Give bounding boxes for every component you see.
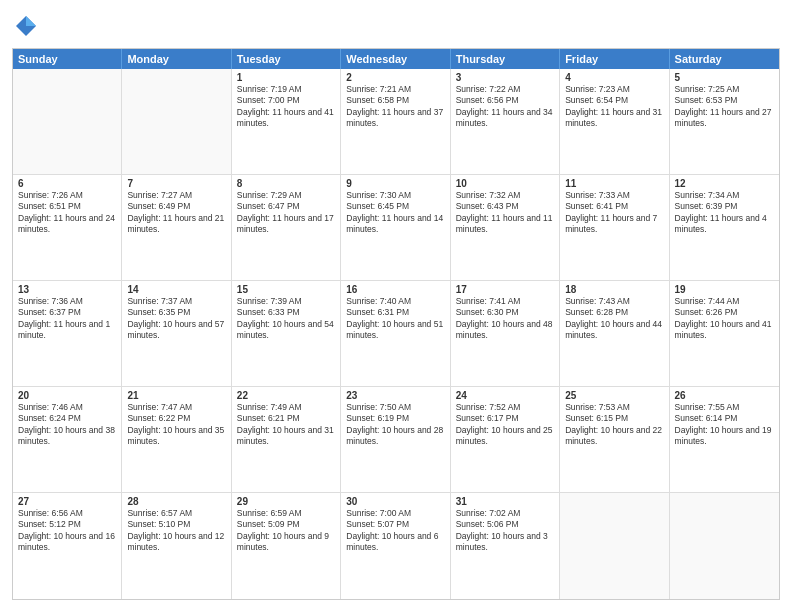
day-number: 6 [18,178,116,189]
daylight-text: Daylight: 11 hours and 41 minutes. [237,107,335,130]
sunset-text: Sunset: 6:53 PM [675,95,774,106]
calendar-cell: 26Sunrise: 7:55 AMSunset: 6:14 PMDayligh… [670,387,779,492]
sunset-text: Sunset: 6:49 PM [127,201,225,212]
daylight-text: Daylight: 11 hours and 34 minutes. [456,107,554,130]
day-number: 29 [237,496,335,507]
sunrise-text: Sunrise: 7:47 AM [127,402,225,413]
sunrise-text: Sunrise: 7:29 AM [237,190,335,201]
daylight-text: Daylight: 10 hours and 12 minutes. [127,531,225,554]
sunset-text: Sunset: 6:30 PM [456,307,554,318]
calendar-cell: 27Sunrise: 6:56 AMSunset: 5:12 PMDayligh… [13,493,122,599]
calendar-cell [122,69,231,174]
sunrise-text: Sunrise: 7:49 AM [237,402,335,413]
sunrise-text: Sunrise: 7:00 AM [346,508,444,519]
sunrise-text: Sunrise: 7:32 AM [456,190,554,201]
day-number: 24 [456,390,554,401]
calendar-cell: 11Sunrise: 7:33 AMSunset: 6:41 PMDayligh… [560,175,669,280]
calendar-row-1: 1Sunrise: 7:19 AMSunset: 7:00 PMDaylight… [13,69,779,175]
calendar-cell: 30Sunrise: 7:00 AMSunset: 5:07 PMDayligh… [341,493,450,599]
sunset-text: Sunset: 6:35 PM [127,307,225,318]
sunset-text: Sunset: 6:43 PM [456,201,554,212]
sunset-text: Sunset: 6:37 PM [18,307,116,318]
sunset-text: Sunset: 6:45 PM [346,201,444,212]
day-number: 28 [127,496,225,507]
day-number: 20 [18,390,116,401]
daylight-text: Daylight: 11 hours and 14 minutes. [346,213,444,236]
header-day-tuesday: Tuesday [232,49,341,69]
day-number: 4 [565,72,663,83]
day-number: 10 [456,178,554,189]
sunset-text: Sunset: 6:24 PM [18,413,116,424]
sunset-text: Sunset: 6:26 PM [675,307,774,318]
sunset-text: Sunset: 5:07 PM [346,519,444,530]
sunset-text: Sunset: 7:00 PM [237,95,335,106]
header-day-saturday: Saturday [670,49,779,69]
logo [12,12,44,40]
sunrise-text: Sunrise: 7:39 AM [237,296,335,307]
sunset-text: Sunset: 6:19 PM [346,413,444,424]
sunrise-text: Sunrise: 7:44 AM [675,296,774,307]
sunrise-text: Sunrise: 7:43 AM [565,296,663,307]
calendar-cell: 16Sunrise: 7:40 AMSunset: 6:31 PMDayligh… [341,281,450,386]
day-number: 14 [127,284,225,295]
calendar-cell: 18Sunrise: 7:43 AMSunset: 6:28 PMDayligh… [560,281,669,386]
calendar-cell: 21Sunrise: 7:47 AMSunset: 6:22 PMDayligh… [122,387,231,492]
calendar-cell: 10Sunrise: 7:32 AMSunset: 6:43 PMDayligh… [451,175,560,280]
daylight-text: Daylight: 10 hours and 22 minutes. [565,425,663,448]
sunrise-text: Sunrise: 7:19 AM [237,84,335,95]
sunrise-text: Sunrise: 7:21 AM [346,84,444,95]
daylight-text: Daylight: 10 hours and 31 minutes. [237,425,335,448]
daylight-text: Daylight: 10 hours and 57 minutes. [127,319,225,342]
day-number: 22 [237,390,335,401]
daylight-text: Daylight: 11 hours and 1 minute. [18,319,116,342]
sunrise-text: Sunrise: 7:52 AM [456,402,554,413]
sunset-text: Sunset: 6:47 PM [237,201,335,212]
calendar-cell: 23Sunrise: 7:50 AMSunset: 6:19 PMDayligh… [341,387,450,492]
calendar-row-2: 6Sunrise: 7:26 AMSunset: 6:51 PMDaylight… [13,175,779,281]
sunrise-text: Sunrise: 7:34 AM [675,190,774,201]
calendar-cell: 29Sunrise: 6:59 AMSunset: 5:09 PMDayligh… [232,493,341,599]
sunrise-text: Sunrise: 7:23 AM [565,84,663,95]
day-number: 9 [346,178,444,189]
sunset-text: Sunset: 6:58 PM [346,95,444,106]
daylight-text: Daylight: 10 hours and 51 minutes. [346,319,444,342]
sunrise-text: Sunrise: 7:41 AM [456,296,554,307]
calendar: SundayMondayTuesdayWednesdayThursdayFrid… [12,48,780,600]
calendar-header: SundayMondayTuesdayWednesdayThursdayFrid… [13,49,779,69]
calendar-row-5: 27Sunrise: 6:56 AMSunset: 5:12 PMDayligh… [13,493,779,599]
calendar-cell: 28Sunrise: 6:57 AMSunset: 5:10 PMDayligh… [122,493,231,599]
daylight-text: Daylight: 11 hours and 4 minutes. [675,213,774,236]
calendar-cell: 19Sunrise: 7:44 AMSunset: 6:26 PMDayligh… [670,281,779,386]
sunrise-text: Sunrise: 6:56 AM [18,508,116,519]
calendar-cell: 12Sunrise: 7:34 AMSunset: 6:39 PMDayligh… [670,175,779,280]
day-number: 15 [237,284,335,295]
daylight-text: Daylight: 11 hours and 11 minutes. [456,213,554,236]
daylight-text: Daylight: 10 hours and 41 minutes. [675,319,774,342]
calendar-cell: 3Sunrise: 7:22 AMSunset: 6:56 PMDaylight… [451,69,560,174]
sunrise-text: Sunrise: 7:27 AM [127,190,225,201]
header-day-monday: Monday [122,49,231,69]
sunrise-text: Sunrise: 7:50 AM [346,402,444,413]
calendar-cell: 25Sunrise: 7:53 AMSunset: 6:15 PMDayligh… [560,387,669,492]
svg-marker-1 [26,16,36,26]
daylight-text: Daylight: 11 hours and 7 minutes. [565,213,663,236]
daylight-text: Daylight: 10 hours and 3 minutes. [456,531,554,554]
daylight-text: Daylight: 10 hours and 54 minutes. [237,319,335,342]
sunset-text: Sunset: 6:51 PM [18,201,116,212]
sunset-text: Sunset: 6:41 PM [565,201,663,212]
daylight-text: Daylight: 10 hours and 6 minutes. [346,531,444,554]
day-number: 2 [346,72,444,83]
day-number: 18 [565,284,663,295]
daylight-text: Daylight: 10 hours and 48 minutes. [456,319,554,342]
sunrise-text: Sunrise: 7:40 AM [346,296,444,307]
day-number: 13 [18,284,116,295]
day-number: 16 [346,284,444,295]
daylight-text: Daylight: 10 hours and 38 minutes. [18,425,116,448]
daylight-text: Daylight: 10 hours and 9 minutes. [237,531,335,554]
header-day-sunday: Sunday [13,49,122,69]
calendar-row-4: 20Sunrise: 7:46 AMSunset: 6:24 PMDayligh… [13,387,779,493]
day-number: 25 [565,390,663,401]
day-number: 19 [675,284,774,295]
header-day-wednesday: Wednesday [341,49,450,69]
sunset-text: Sunset: 6:22 PM [127,413,225,424]
